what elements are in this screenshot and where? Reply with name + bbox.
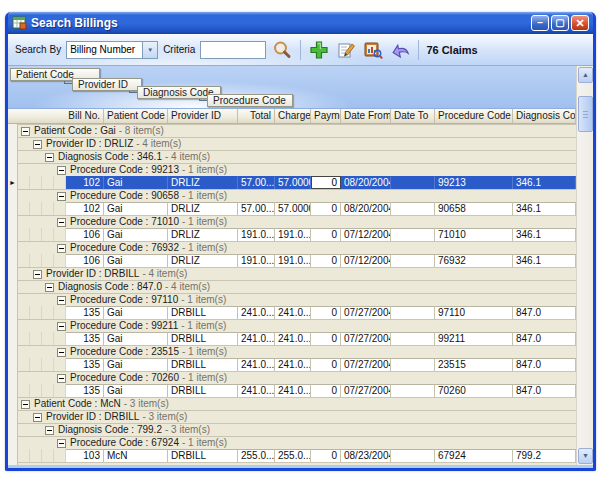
cell-payme-[interactable]: 0	[311, 332, 341, 345]
group-row[interactable]: Procedure Code : 76932- 1 item(s)	[8, 241, 576, 254]
data-row[interactable]: 135GaiDRBILL241.0...241.0...007/27/20049…	[8, 332, 576, 345]
cell-diagnosis-code[interactable]: 847.0	[513, 358, 576, 371]
cell-diagnosis-code[interactable]: 847.0	[513, 384, 576, 397]
scroll-down-icon[interactable]: ▼	[578, 448, 593, 464]
cell-bill-no-[interactable]: 106	[66, 254, 104, 267]
cell-date-from[interactable]: 07/27/2004	[341, 332, 391, 345]
scrollbar-thumb[interactable]	[578, 96, 593, 132]
cell-total[interactable]: 191.0...	[238, 228, 275, 241]
group-row[interactable]: Procedure Code : 99213- 1 item(s)	[8, 163, 576, 176]
cell-patient-code[interactable]: Gai	[104, 384, 168, 397]
cell-provider-id[interactable]: DRBILL	[168, 384, 238, 397]
cell-total[interactable]: 241.0...	[238, 332, 275, 345]
group-row[interactable]: Patient Code : McN- 3 item(s)	[8, 397, 576, 410]
search-by-select[interactable]: Billing Number ▼	[66, 41, 158, 59]
group-row[interactable]: Procedure Code : 70260- 1 item(s)	[8, 371, 576, 384]
vertical-scrollbar[interactable]: ▲ ▼	[576, 66, 593, 465]
collapse-icon[interactable]	[57, 322, 66, 331]
cell-charges[interactable]: 191.0...	[275, 254, 311, 267]
maximize-button[interactable]: ▢	[551, 15, 569, 31]
cell-payme-[interactable]: 0	[311, 449, 341, 462]
cell-payme-[interactable]: 0	[311, 228, 341, 241]
cell-diagnosis-code[interactable]: 847.0	[513, 332, 576, 345]
cell-diagnosis-code[interactable]: 346.1	[513, 202, 576, 215]
group-row[interactable]: Provider ID : DRBILL- 3 item(s)	[8, 410, 576, 423]
cell-charges[interactable]: 57.0000	[275, 176, 311, 189]
cell-total[interactable]: 255.0...	[238, 449, 275, 462]
collapse-icon[interactable]	[57, 192, 66, 201]
group-row[interactable]: Procedure Code : 71010- 1 item(s)	[8, 215, 576, 228]
cell-diagnosis-code[interactable]: 346.1	[513, 176, 576, 189]
cell-diagnosis-code[interactable]: 847.0	[513, 306, 576, 319]
cell-date-from[interactable]: 07/27/2004	[341, 384, 391, 397]
edit-icon[interactable]	[335, 39, 357, 61]
cell-date-from[interactable]: 08/20/2004	[341, 202, 391, 215]
column-header-patient-code[interactable]: Patient Code	[104, 109, 168, 123]
cell-bill-no-[interactable]: 135	[66, 384, 104, 397]
cell-total[interactable]: 241.0...	[238, 306, 275, 319]
cell-patient-code[interactable]: Gai	[104, 306, 168, 319]
cell-diagnosis-code[interactable]: 799.2	[513, 449, 576, 462]
cell-diagnosis-code[interactable]: 346.1	[513, 228, 576, 241]
cell-patient-code[interactable]: Gai	[104, 254, 168, 267]
cell-provider-id[interactable]: DRLIZ	[168, 254, 238, 267]
cell-charges[interactable]: 241.0...	[275, 332, 311, 345]
cell-charges[interactable]: 241.0...	[275, 306, 311, 319]
collapse-icon[interactable]	[57, 348, 66, 357]
data-row[interactable]: 102GaiDRLIZ57.00...57.0000008/20/2004906…	[8, 202, 576, 215]
cell-payme-[interactable]: 0	[311, 306, 341, 319]
cell-provider-id[interactable]: DRLIZ	[168, 176, 238, 189]
collapse-icon[interactable]	[57, 296, 66, 305]
group-tab-procedure-code[interactable]: Procedure Code	[207, 94, 293, 107]
titlebar[interactable]: Search Billings – ▢ ✕	[8, 12, 593, 34]
cell-date-to[interactable]	[391, 228, 435, 241]
cell-provider-id[interactable]: DRBILL	[168, 332, 238, 345]
cell-bill-no-[interactable]: 135	[66, 332, 104, 345]
data-row[interactable]: ►102GaiDRLIZ57.00...57.0000008/20/200499…	[8, 176, 576, 189]
cell-charges[interactable]: 255.0...	[275, 449, 311, 462]
cell-diagnosis-code[interactable]: 346.1	[513, 254, 576, 267]
cell-date-to[interactable]	[391, 384, 435, 397]
cell-total[interactable]: 57.00...	[238, 202, 275, 215]
cell-patient-code[interactable]: Gai	[104, 332, 168, 345]
collapse-icon[interactable]	[33, 140, 42, 149]
cell-payme-[interactable]: 0	[311, 176, 341, 189]
cell-date-to[interactable]	[391, 449, 435, 462]
cell-payme-[interactable]: 0	[311, 254, 341, 267]
group-row[interactable]: Diagnosis Code : 346.1- 4 item(s)	[8, 150, 576, 163]
collapse-icon[interactable]	[21, 400, 30, 409]
group-tab-provider-id[interactable]: Provider ID	[72, 78, 142, 91]
cell-total[interactable]: 191.0...	[238, 254, 275, 267]
cell-provider-id[interactable]: DRBILL	[168, 306, 238, 319]
data-row[interactable]: 106GaiDRLIZ191.0...191.0...007/12/200476…	[8, 254, 576, 267]
collapse-icon[interactable]	[57, 244, 66, 253]
cell-total[interactable]: 241.0...	[238, 384, 275, 397]
cell-bill-no-[interactable]: 102	[66, 202, 104, 215]
column-header-diagnosis-code[interactable]: Diagnosis Code	[513, 109, 576, 123]
group-row[interactable]: Procedure Code : 67924- 1 item(s)	[8, 436, 576, 449]
cell-date-from[interactable]: 07/27/2004	[341, 358, 391, 371]
cell-procedure-code[interactable]: 70260	[435, 384, 513, 397]
group-row[interactable]: Provider ID : DRBILL- 4 item(s)	[8, 267, 576, 280]
search-icon[interactable]	[271, 39, 293, 61]
cell-patient-code[interactable]: McN	[104, 449, 168, 462]
collapse-icon[interactable]	[33, 413, 42, 422]
collapse-icon[interactable]	[57, 439, 66, 448]
cell-charges[interactable]: 57.0000	[275, 202, 311, 215]
cell-patient-code[interactable]: Gai	[104, 228, 168, 241]
collapse-icon[interactable]	[45, 426, 54, 435]
collapse-icon[interactable]	[45, 283, 54, 292]
cell-payme-[interactable]: 0	[311, 358, 341, 371]
cell-date-to[interactable]	[391, 202, 435, 215]
cell-procedure-code[interactable]: 71010	[435, 228, 513, 241]
cell-date-to[interactable]	[391, 176, 435, 189]
group-row[interactable]: Procedure Code : 90658- 1 item(s)	[8, 189, 576, 202]
collapse-icon[interactable]	[45, 153, 54, 162]
cell-patient-code[interactable]: Gai	[104, 358, 168, 371]
column-header-bill-no-[interactable]: Bill No.	[8, 109, 104, 123]
cell-date-from[interactable]: 07/27/2004	[341, 306, 391, 319]
collapse-icon[interactable]	[57, 166, 66, 175]
column-header-provider-id[interactable]: Provider ID	[168, 109, 238, 123]
cell-payme-[interactable]: 0	[311, 384, 341, 397]
cell-procedure-code[interactable]: 97110	[435, 306, 513, 319]
